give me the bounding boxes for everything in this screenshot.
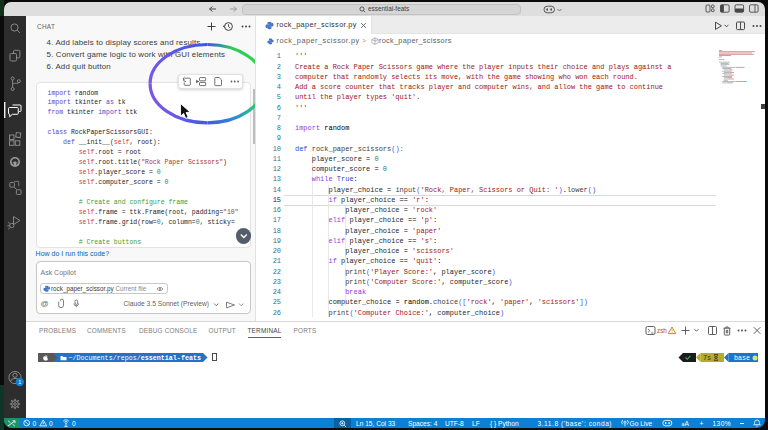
svg-text:1: 1 — [18, 379, 21, 385]
